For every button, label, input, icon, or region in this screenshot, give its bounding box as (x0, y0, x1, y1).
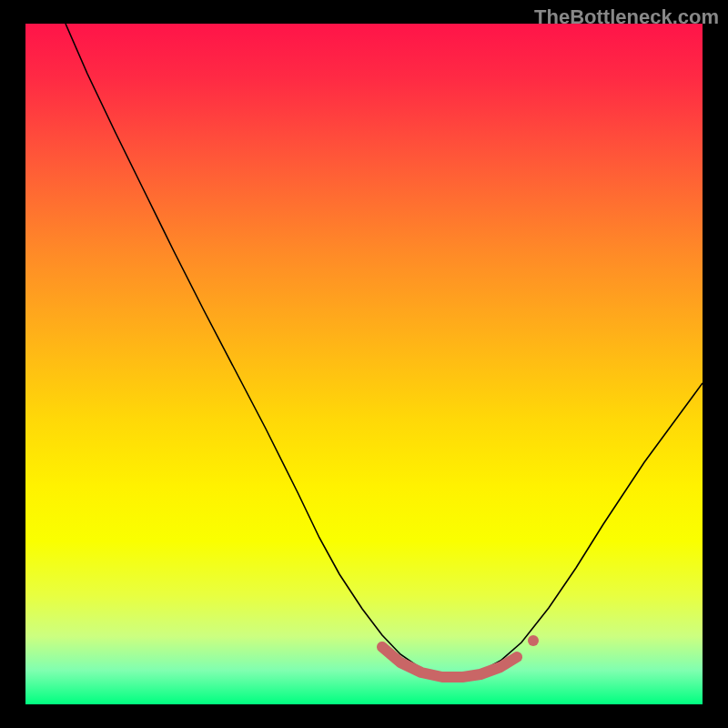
optimal-zone-end-dot (528, 635, 539, 646)
plot-area (25, 24, 703, 704)
bottleneck-curve-path (66, 24, 703, 675)
chart-svg (25, 24, 703, 704)
watermark-text: TheBottleneck.com (534, 5, 719, 29)
